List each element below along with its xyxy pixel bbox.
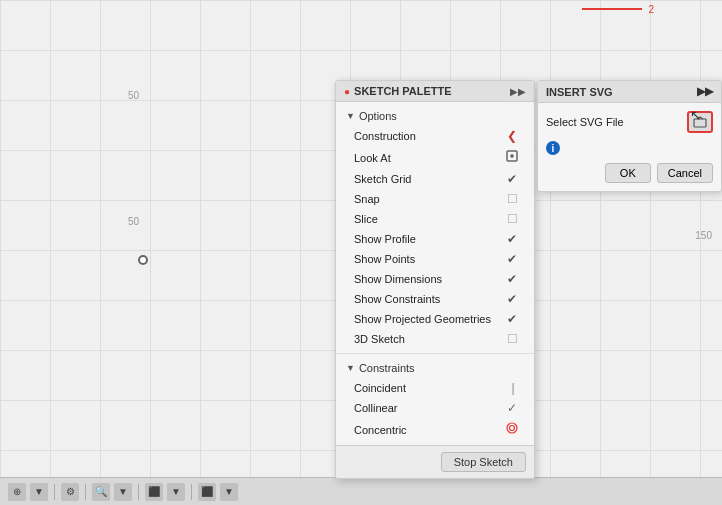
options-arrow-icon: ▼ (346, 111, 355, 121)
toolbar-point-icon[interactable]: ⊕ (8, 483, 26, 501)
concentric-label: Concentric (354, 424, 407, 436)
toolbar-dropdown-1-icon[interactable]: ▼ (30, 483, 48, 501)
palette-title: ● SKETCH PALETTE (344, 85, 452, 97)
construction-icon: ❮ (504, 129, 520, 143)
show-dimensions-checkbox-icon: ✔ (504, 272, 520, 286)
look-at-item[interactable]: Look At (336, 146, 534, 169)
palette-body: ▼ Options Construction ❮ Look At Sketch … (336, 102, 534, 445)
show-profile-label: Show Profile (354, 233, 416, 245)
options-label: Options (359, 110, 397, 122)
toolbar-separator-2 (85, 484, 86, 500)
snap-checkbox-icon: ☐ (504, 192, 520, 206)
select-svg-row: Select SVG File (546, 111, 713, 133)
insert-svg-pin-icon[interactable]: ▶▶ (697, 85, 713, 98)
show-projected-item[interactable]: Show Projected Geometries ✔ (336, 309, 534, 329)
stop-sketch-button[interactable]: Stop Sketch (441, 452, 526, 472)
collinear-item[interactable]: Collinear ✓ (336, 398, 534, 418)
insert-svg-header: INSERT SVG ▶▶ (538, 81, 721, 103)
red-line-decoration (582, 8, 642, 10)
cancel-button[interactable]: Cancel (657, 163, 713, 183)
center-dot (138, 255, 148, 265)
coincident-item[interactable]: Coincident | (336, 378, 534, 398)
3d-sketch-item[interactable]: 3D Sketch ☐ (336, 329, 534, 349)
select-svg-label: Select SVG File (546, 116, 681, 128)
show-constraints-item[interactable]: Show Constraints ✔ (336, 289, 534, 309)
insert-svg-title: INSERT SVG (546, 86, 613, 98)
insert-svg-panel: INSERT SVG ▶▶ Select SVG File ↖ i OK Can… (537, 80, 722, 192)
palette-dot-icon: ● (344, 86, 350, 97)
3d-sketch-label: 3D Sketch (354, 333, 405, 345)
collinear-label: Collinear (354, 402, 397, 414)
options-section-header[interactable]: ▼ Options (336, 106, 534, 126)
palette-title-text: SKETCH PALETTE (354, 85, 452, 97)
show-points-checkbox-icon: ✔ (504, 252, 520, 266)
show-constraints-label: Show Constraints (354, 293, 440, 305)
sketch-grid-item[interactable]: Sketch Grid ✔ (336, 169, 534, 189)
ruler-left: 50 50 (128, 90, 139, 342)
show-points-item[interactable]: Show Points ✔ (336, 249, 534, 269)
coincident-label: Coincident (354, 382, 406, 394)
show-projected-label: Show Projected Geometries (354, 313, 491, 325)
coincident-icon: | (504, 381, 520, 395)
toolbar-gear-icon[interactable]: ⚙ (61, 483, 79, 501)
look-at-label: Look At (354, 152, 391, 164)
show-dimensions-label: Show Dimensions (354, 273, 442, 285)
3d-sketch-checkbox-icon: ☐ (504, 332, 520, 346)
collinear-icon: ✓ (504, 401, 520, 415)
constraints-label: Constraints (359, 362, 415, 374)
show-points-label: Show Points (354, 253, 415, 265)
toolbar-separator-1 (54, 484, 55, 500)
stop-sketch-bar: Stop Sketch (336, 445, 534, 478)
insert-svg-info-row: i (546, 141, 713, 155)
toolbar-view-icon[interactable]: ⬛ (145, 483, 163, 501)
sketch-grid-checkbox-icon: ✔ (504, 172, 520, 186)
toolbar-separator-4 (191, 484, 192, 500)
look-at-icon (504, 149, 520, 166)
insert-svg-actions: OK Cancel (546, 163, 713, 183)
palette-header: ● SKETCH PALETTE ▶▶ (336, 81, 534, 102)
toolbar-dropdown-2-icon[interactable]: ▼ (114, 483, 132, 501)
show-profile-checkbox-icon: ✔ (504, 232, 520, 246)
slice-label: Slice (354, 213, 378, 225)
slice-checkbox-icon: ☐ (504, 212, 520, 226)
sketch-grid-label: Sketch Grid (354, 173, 411, 185)
insert-svg-body: Select SVG File ↖ i OK Cancel (538, 103, 721, 191)
slice-item[interactable]: Slice ☐ (336, 209, 534, 229)
toolbar-zoom-icon[interactable]: 🔍 (92, 483, 110, 501)
show-dimensions-item[interactable]: Show Dimensions ✔ (336, 269, 534, 289)
svg-point-3 (507, 423, 517, 433)
constraints-section-header[interactable]: ▼ Constraints (336, 358, 534, 378)
construction-label: Construction (354, 130, 416, 142)
concentric-icon (504, 421, 520, 438)
show-projected-checkbox-icon: ✔ (504, 312, 520, 326)
snap-item[interactable]: Snap ☐ (336, 189, 534, 209)
toolbar-display-icon[interactable]: ⬛ (198, 483, 216, 501)
svg-point-4 (510, 426, 515, 431)
palette-pin-icon[interactable]: ▶▶ (510, 86, 526, 97)
bottom-toolbar: ⊕ ▼ ⚙ 🔍 ▼ ⬛ ▼ ⬛ ▼ (0, 477, 722, 505)
sketch-palette-panel: ● SKETCH PALETTE ▶▶ ▼ Options Constructi… (335, 80, 535, 479)
toolbar-dropdown-3-icon[interactable]: ▼ (167, 483, 185, 501)
cursor-icon: ↖ (690, 107, 702, 123)
palette-divider (336, 353, 534, 354)
constraints-arrow-icon: ▼ (346, 363, 355, 373)
toolbar-separator-3 (138, 484, 139, 500)
red-label: 2 (648, 4, 654, 15)
construction-item[interactable]: Construction ❮ (336, 126, 534, 146)
concentric-item[interactable]: Concentric (336, 418, 534, 441)
info-icon: i (546, 141, 560, 155)
ruler-right: 150 (695, 230, 712, 241)
snap-label: Snap (354, 193, 380, 205)
ok-button[interactable]: OK (605, 163, 651, 183)
show-constraints-checkbox-icon: ✔ (504, 292, 520, 306)
toolbar-dropdown-4-icon[interactable]: ▼ (220, 483, 238, 501)
show-profile-item[interactable]: Show Profile ✔ (336, 229, 534, 249)
